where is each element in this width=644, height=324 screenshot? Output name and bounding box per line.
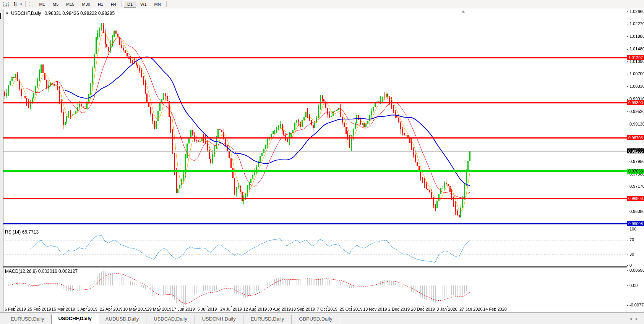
arrange-symbols-icon: ⇅ [13, 1, 18, 7]
date-tick-label: 30 Aug 2019 [267, 307, 291, 311]
rsi-tick-label: 0 [629, 263, 632, 268]
tab-usdcad-3[interactable]: USDCAD,Daily [146, 315, 195, 324]
date-tick-label: 27 Jan 2020 [459, 307, 483, 311]
toolbar-separator [122, 1, 122, 7]
price-tick-label: 0.96380 [629, 209, 644, 214]
timeframe-button-m5[interactable]: M5 [49, 1, 62, 8]
tab-gbpusd-6[interactable]: GBPUSD,Daily [292, 315, 340, 324]
chart-collapse-icon[interactable]: ▼ [5, 11, 9, 15]
date-tick-label: 6 Feb 2019 [5, 307, 26, 311]
tab-scroll-left-icon[interactable]: ◂ [629, 316, 636, 321]
date-tick-label: 8 Jan 2020 [436, 307, 457, 311]
price-tick-label: 1.01880 [629, 34, 644, 39]
timeframe-button-d1[interactable]: D1 [124, 1, 136, 8]
level-price-tag: 0.96803 [627, 196, 644, 201]
price-tick-label: 1.02270 [629, 21, 644, 26]
timeframe-button-w1[interactable]: W1 [137, 1, 150, 8]
date-tick-label: 12 Aug 2019 [243, 307, 267, 311]
price-tick-label: 0.97170 [629, 184, 644, 189]
price-tick-label: 0.99520 [629, 109, 644, 114]
date-tick-label: 15 Mar 2019 [52, 307, 75, 311]
mt4-terminal-window: T ⇅ ▾ ⋮⋮ M1M5M15M30H1H4D1W1MN ▼ USDCHF,D… [0, 0, 644, 324]
tab-scroll-right-icon[interactable]: ▸ [636, 316, 642, 321]
level-price-tag: 0.99800 [627, 100, 644, 105]
date-tick-label: 3 Apr 2019 [77, 307, 97, 311]
level-price-tag: 0.97658 [627, 169, 644, 174]
chart-title-row: ▼ USDCHF,Daily 0.98331 0.98436 0.98222 0… [5, 11, 115, 16]
window-left-edge [0, 9, 3, 324]
price-tick-label: 1.01480 [629, 47, 644, 51]
tab-audusd-2[interactable]: AUDUSD,Daily [98, 315, 146, 324]
timeframe-button-m30[interactable]: M30 [79, 1, 94, 8]
date-tick-label: 22 Apr 2019 [100, 307, 122, 311]
tab-scroll-arrows: ◂▸ [629, 316, 642, 321]
timeframe-button-h1[interactable]: H1 [94, 1, 107, 8]
chart-shift-marker-icon[interactable] [462, 10, 465, 13]
price-tick-label: 1.00700 [629, 71, 644, 76]
level-price-tag: 1.01207 [627, 55, 644, 60]
text-label-tool-button[interactable]: T [2, 1, 10, 8]
macd-tick-label: -0.007737 [629, 303, 644, 307]
rsi-tick-label: 100 [629, 227, 636, 231]
date-tick-label: 5 Jul 2019 [198, 307, 217, 311]
tab-eurusd-5[interactable]: EURUSD,Daily [243, 315, 292, 324]
date-tick-label: 2 Dec 2019 [388, 307, 410, 311]
timeframe-button-m1[interactable]: M1 [36, 1, 49, 8]
toolbar-separator [25, 1, 26, 7]
date-tick-label: 13 Nov 2019 [363, 307, 387, 311]
tab-usdcnh-4[interactable]: USDCNH,Daily [195, 315, 243, 324]
date-tick-label: 7 Oct 2019 [317, 307, 337, 311]
date-tick-label: 25 Feb 2019 [28, 307, 51, 311]
date-tick-label: 29 May 2019 [147, 307, 172, 311]
price-tick-label: 1.02660 [629, 9, 644, 14]
rsi-tick-label: 70 [629, 237, 634, 242]
date-tick-label: 10 May 2019 [123, 307, 148, 311]
current-price-tag: 0.98285 [627, 148, 644, 153]
date-tick-label: 20 Dec 2019 [411, 307, 435, 311]
timeframe-buttons: M1M5M15M30H1H4D1W1MN [36, 1, 168, 8]
toolbar-separator [166, 1, 167, 7]
date-tick-label: 14 Feb 2020 [483, 307, 507, 311]
macd-tick-label: 0.005986 [629, 268, 644, 272]
date-tick-label: 17 Jun 2019 [172, 307, 195, 311]
tab-usdchf-1[interactable]: USDCHF,Daily [52, 314, 98, 324]
text-label-tool-icon: T [3, 2, 8, 6]
arrange-symbols-button[interactable]: ⇅ [11, 1, 19, 8]
macd-indicator-header: MACD(12,26,9) 0.003016 0.002127 [5, 269, 78, 274]
date-tick-label: 18 Sep 2019 [291, 307, 315, 311]
toolbar-grip[interactable]: ⋮⋮ [28, 2, 34, 6]
timeframes-toolbar: T ⇅ ▾ ⋮⋮ M1M5M15M30H1H4D1W1MN [0, 0, 644, 8]
price-tick-label: 0.97950 [629, 159, 644, 164]
dropdown-caret-icon[interactable]: ▾ [20, 2, 22, 6]
date-tick-label: 25 Oct 2019 [340, 307, 363, 311]
macd-tick-label: 0.00 [629, 283, 638, 288]
level-price-tag: 0.96008 [627, 221, 644, 226]
chart-ohlc-values: 0.98331 0.98436 0.98222 0.98285 [45, 11, 115, 16]
timeframe-button-h4[interactable]: H4 [107, 1, 120, 8]
timeframe-button-mn[interactable]: MN [151, 1, 164, 8]
timeframe-button-m15[interactable]: M15 [63, 1, 78, 8]
tab-eurusd-0[interactable]: EURUSD,Daily [3, 315, 52, 324]
rsi-indicator-header: RSI(14) 66.7713 [5, 229, 39, 235]
splitter-handle[interactable] [0, 13, 1, 19]
price-chart-canvas[interactable] [0, 0, 644, 324]
price-tick-label: 1.00310 [629, 84, 644, 89]
chart-tab-bar: EURUSD,DailyUSDCHF,DailyAUDUSD,DailyUSDC… [0, 312, 644, 324]
chart-symbol-title: USDCHF,Daily [11, 11, 41, 16]
chart-tabs: EURUSD,DailyUSDCHF,DailyAUDUSD,DailyUSDC… [3, 314, 340, 324]
level-price-tag: 0.98703 [627, 135, 644, 140]
price-tick-label: 0.99130 [629, 122, 644, 126]
rsi-tick-label: 30 [629, 252, 634, 256]
date-tick-label: 24 Jul 2019 [220, 307, 242, 311]
